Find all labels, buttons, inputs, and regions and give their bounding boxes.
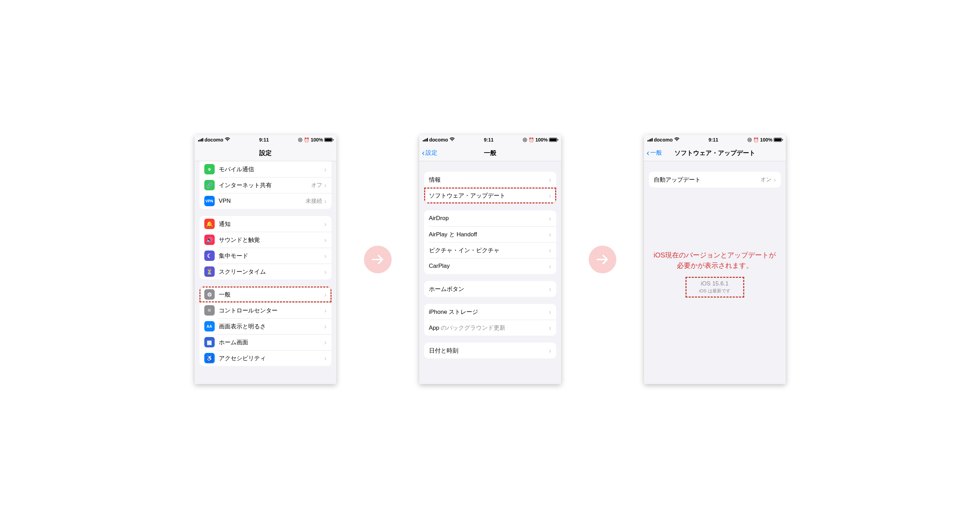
version-info: iOS 15.6.1 iOS は最新です xyxy=(686,277,744,297)
general-group-homebutton: ホームボタン› xyxy=(424,281,556,297)
row-label: iPhone ストレージ xyxy=(429,308,549,316)
settings-row[interactable]: AA画面表示と明るさ› xyxy=(199,318,331,334)
row-label: スクリーンタイム xyxy=(219,268,324,276)
chevron-right-icon: › xyxy=(324,252,327,260)
chevron-right-icon: › xyxy=(549,324,551,332)
chevron-right-icon: › xyxy=(549,192,551,200)
clock: 9:11 xyxy=(484,137,494,142)
battery-pct: 100% xyxy=(311,137,323,142)
chevron-right-icon: › xyxy=(324,181,327,189)
speaker-icon: 🔊 xyxy=(204,235,215,245)
status-bar: docomo 9:11 ㋺ ⏰ 100% xyxy=(644,135,786,145)
settings-row[interactable]: ♿アクセシビリティ› xyxy=(199,350,331,366)
row-label: VPN xyxy=(219,198,305,204)
screenshot-settings: docomo 9:11 ㋺ ⏰ 100% 設定 ⟐モバイル通信›🔗インターネット… xyxy=(195,135,336,384)
antenna-icon: ⟐ xyxy=(204,164,215,174)
row-label: CarPlay xyxy=(429,263,549,270)
settings-row[interactable]: VPNVPN未接続› xyxy=(199,193,331,209)
carrier-label: docomo xyxy=(654,137,673,142)
alarm-icon: ⏰ xyxy=(753,137,759,142)
hourglass-icon: ⏳ xyxy=(204,267,215,277)
settings-row[interactable]: ソフトウェア・アップデート› xyxy=(424,187,556,203)
settings-row[interactable]: iPhone ストレージ› xyxy=(424,304,556,320)
row-label: App のバックグラウンド更新 xyxy=(429,324,549,332)
row-label: 集中モード xyxy=(219,252,324,260)
chevron-right-icon: › xyxy=(324,165,327,173)
back-button[interactable]: ‹ 設定 xyxy=(422,145,437,161)
status-bar: docomo 9:11 ㋺ ⏰ 100% xyxy=(419,135,561,145)
settings-row[interactable]: App のバックグラウンド更新› xyxy=(424,320,556,335)
row-label: ソフトウェア・アップデート xyxy=(429,192,549,200)
status-bar: docomo 9:11 ㋺ ⏰ 100% xyxy=(195,135,336,145)
settings-row[interactable]: ⚙一般› xyxy=(199,286,331,302)
back-button[interactable]: ‹ 一般 xyxy=(647,145,662,161)
alarm-icon: ⏰ xyxy=(528,137,534,142)
chevron-right-icon: › xyxy=(549,308,551,316)
aa-icon: AA xyxy=(204,321,215,332)
row-label: 情報 xyxy=(429,176,549,184)
settings-row[interactable]: 情報› xyxy=(424,172,556,187)
switches-icon: ≡ xyxy=(204,305,215,316)
settings-row[interactable]: 🔔通知› xyxy=(199,216,331,232)
bell-icon: 🔔 xyxy=(204,219,215,229)
vpn-icon: VPN xyxy=(204,196,215,206)
nav-bar: ‹ 一般 ソフトウェア・アップデート xyxy=(644,145,786,161)
chevron-right-icon: › xyxy=(549,347,551,355)
row-value: オン xyxy=(760,176,772,184)
settings-row[interactable]: 日付と時刻› xyxy=(424,343,556,358)
row-label: 一般 xyxy=(219,291,324,299)
orientation-lock-icon: ㋺ xyxy=(298,137,302,143)
battery-icon xyxy=(549,138,557,142)
row-label: 画面表示と明るさ xyxy=(219,323,324,331)
chevron-right-icon: › xyxy=(549,262,551,270)
row-value: 未接続 xyxy=(305,198,322,205)
settings-row[interactable]: ⟐モバイル通信› xyxy=(199,161,331,177)
carrier-label: docomo xyxy=(430,137,448,142)
general-group-datetime: 日付と時刻› xyxy=(424,343,556,358)
settings-row[interactable]: ホームボタン› xyxy=(424,281,556,297)
chevron-right-icon: › xyxy=(324,291,327,299)
arrow-next-icon xyxy=(589,246,616,273)
auto-update-group: 自動アップデート オン › xyxy=(649,172,781,187)
row-label: AirPlay と Handoff xyxy=(429,230,549,238)
link-icon: 🔗 xyxy=(204,180,215,190)
settings-row[interactable]: 🔊サウンドと触覚› xyxy=(199,232,331,248)
row-label: AirDrop xyxy=(429,215,549,222)
battery-pct: 100% xyxy=(535,137,548,142)
general-group-airplay: AirDrop›AirPlay と Handoff›ピクチャ・イン・ピクチャ›C… xyxy=(424,210,556,274)
row-value: オフ xyxy=(311,182,322,189)
page-title: ソフトウェア・アップデート xyxy=(675,149,755,157)
row-label: コントロールセンター xyxy=(219,307,324,315)
chevron-right-icon: › xyxy=(549,246,551,254)
settings-row[interactable]: ≡コントロールセンター› xyxy=(199,302,331,318)
wifi-icon xyxy=(449,137,455,142)
settings-row[interactable]: ⏳スクリーンタイム› xyxy=(199,263,331,279)
settings-row[interactable]: ピクチャ・イン・ピクチャ› xyxy=(424,242,556,258)
signal-icon xyxy=(423,138,428,142)
nav-bar: ‹ 設定 一般 xyxy=(419,145,561,161)
moon-icon: ☾ xyxy=(204,251,215,261)
row-label: ホーム画面 xyxy=(219,339,324,347)
chevron-left-icon: ‹ xyxy=(422,149,425,157)
settings-row[interactable]: 🔗インターネット共有オフ› xyxy=(199,177,331,193)
row-label: ホームボタン xyxy=(429,285,549,293)
orientation-lock-icon: ㋺ xyxy=(523,137,527,143)
settings-row[interactable]: CarPlay› xyxy=(424,258,556,274)
row-auto-update[interactable]: 自動アップデート オン › xyxy=(649,172,781,187)
settings-group-general: ⚙一般›≡コントロールセンター›AA画面表示と明るさ›▦ホーム画面›♿アクセシビ… xyxy=(199,286,331,366)
settings-row[interactable]: AirDrop› xyxy=(424,210,556,226)
signal-icon xyxy=(648,138,653,142)
row-label: ピクチャ・イン・ピクチャ xyxy=(429,246,549,254)
general-group-storage: iPhone ストレージ›App のバックグラウンド更新› xyxy=(424,304,556,335)
settings-row[interactable]: ☾集中モード› xyxy=(199,248,331,263)
highlight-box xyxy=(686,277,744,297)
chevron-left-icon: ‹ xyxy=(647,149,649,157)
accessibility-icon: ♿ xyxy=(204,353,215,363)
settings-row[interactable]: AirPlay と Handoff› xyxy=(424,226,556,242)
chevron-right-icon: › xyxy=(324,236,327,244)
settings-row[interactable]: ▦ホーム画面› xyxy=(199,334,331,350)
row-label: アクセシビリティ xyxy=(219,354,324,362)
page-title: 一般 xyxy=(484,149,496,157)
orientation-lock-icon: ㋺ xyxy=(747,137,752,143)
back-label: 一般 xyxy=(650,149,662,157)
